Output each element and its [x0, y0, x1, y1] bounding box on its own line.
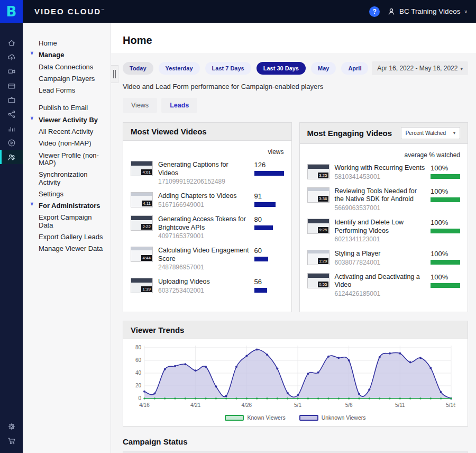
sidebar-item-home[interactable]: Home — [39, 38, 106, 49]
video-thumbnail: 0:55 — [307, 273, 329, 288]
metric-value: 100% — [431, 250, 460, 258]
sidebar-item-export-campaign-data[interactable]: Export Campaign Data — [39, 212, 106, 231]
video-row[interactable]: 4:01Generating Captions for Videos171099… — [131, 161, 284, 185]
sidebar-item-label: Synchronization Activity — [39, 170, 88, 186]
filter-last-30-days[interactable]: Last 30 Days — [257, 62, 306, 75]
trademark-mark: ™ — [101, 8, 104, 12]
video-row[interactable]: 9:25Identify and Delete Low Performing V… — [307, 219, 461, 243]
main-panel: Home TodayYesterdayLast 7 DaysLast 30 Da… — [111, 23, 476, 453]
metric-value: 100% — [431, 187, 460, 195]
sidebar-item-label: Publish to Email — [39, 104, 88, 112]
tab-leads[interactable]: Leads — [161, 98, 197, 113]
sidebar-item-for-administrators[interactable]: ∨For Administrators — [39, 200, 106, 212]
sidebar-item-manage-viewer-data[interactable]: Manage Viewer Data — [39, 243, 106, 255]
filter-may[interactable]: May — [311, 62, 336, 75]
rail-play-circle-icon[interactable] — [0, 135, 23, 150]
video-row[interactable]: 3:25Working with Recurring Events5810341… — [307, 164, 461, 180]
tab-views[interactable]: Views — [123, 98, 157, 113]
sidebar-item-viewer-activity-by[interactable]: ∨Viewer Activity By — [39, 114, 106, 126]
video-thumbnail: 3:36 — [307, 187, 329, 203]
legend-label: Known Viewers — [247, 414, 285, 421]
sidebar-item-synchronization-activity[interactable]: Synchronization Activity — [39, 169, 106, 188]
svg-text:4/16: 4/16 — [139, 402, 150, 408]
sidebar-item-lead-forms[interactable]: Lead Forms — [39, 85, 106, 96]
filter-today[interactable]: Today — [123, 62, 153, 75]
filter-yesterday[interactable]: Yesterday — [159, 62, 200, 75]
filter-last-7-days[interactable]: Last 7 Days — [205, 62, 251, 75]
rail-gear-icon[interactable] — [0, 419, 23, 433]
brightcove-logo[interactable]: B — [0, 0, 23, 23]
svg-text:5/16: 5/16 — [446, 402, 455, 408]
video-title: Uploading Videos — [158, 278, 249, 286]
video-thumbnail: 4:11 — [131, 192, 153, 207]
metric-value: 80 — [254, 215, 284, 223]
rail-home-icon[interactable] — [0, 35, 23, 50]
caret-down-icon: ▾ — [453, 131, 455, 135]
video-title: Activating and Deactivating a Video — [335, 273, 426, 289]
sidebar-item-campaign-players[interactable]: Campaign Players — [39, 73, 106, 85]
rail-share-icon[interactable] — [0, 107, 23, 121]
filter-april[interactable]: April — [341, 62, 368, 75]
most-engaging-title: Most Engaging Videos — [307, 129, 392, 138]
metric-bar — [431, 174, 460, 179]
sidebar-item-publish-to-email[interactable]: Publish to Email — [39, 102, 106, 114]
sidebar-item-label: Campaign Players — [39, 75, 95, 83]
svg-text:4/26: 4/26 — [242, 402, 252, 408]
rail-media-library-icon[interactable] — [0, 78, 23, 93]
sidebar-collapse-handle[interactable] — [111, 65, 118, 83]
engagement-metric-select[interactable]: Percent Watched▾ — [401, 127, 460, 139]
date-range-picker[interactable]: Apr 16, 2022 - May 16, 2022▾ — [372, 61, 468, 75]
sidebar-item-manage[interactable]: ∨Manage — [39, 49, 106, 61]
video-row[interactable]: 1:29Styling a Player6038077824001100% — [307, 250, 461, 266]
duration-badge: 3:36 — [318, 196, 328, 202]
sidebar-item-settings[interactable]: Settings — [39, 188, 106, 200]
product-name: VIDEO CLOUD — [34, 7, 101, 16]
duration-badge: 0:55 — [318, 282, 328, 287]
svg-text:5/6: 5/6 — [345, 402, 353, 408]
sidebar-item-export-gallery-leads[interactable]: Export Gallery Leads — [39, 231, 106, 243]
metric-bar — [254, 171, 284, 176]
app-window: B VIDEO CLOUD™ ? BC Training Videos ∨ Ho… — [0, 0, 476, 453]
video-row[interactable]: 3:36Reviewing Tools Needed for the Nativ… — [307, 187, 461, 212]
selected-metric: Percent Watched — [406, 130, 446, 136]
rail-people-icon[interactable] — [0, 150, 23, 164]
sidebar-item-label: For Administrators — [39, 202, 100, 210]
video-row[interactable]: 2:22Generating Access Tokens for Brightc… — [131, 215, 284, 240]
metric-bar — [431, 197, 460, 202]
svg-text:4/21: 4/21 — [190, 402, 201, 408]
video-thumbnail: 3:25 — [307, 164, 329, 179]
rail-analytics-icon[interactable] — [0, 121, 23, 135]
watched-column-label: average % watched — [307, 151, 461, 159]
legend-swatch — [299, 415, 318, 421]
duration-badge: 4:44 — [141, 255, 152, 261]
help-button[interactable]: ? — [369, 6, 380, 17]
sidebar-item-all-recent-activity[interactable]: All Recent Activity — [39, 126, 106, 138]
sidebar-item-video-non-map[interactable]: Video (non-MAP) — [39, 138, 106, 149]
video-row[interactable]: 4:44Calculating Video Engagement Score24… — [131, 247, 284, 271]
video-row[interactable]: 0:55Activating and Deactivating a Video6… — [307, 273, 461, 297]
account-menu[interactable]: BC Training Videos ∨ — [387, 7, 468, 16]
sidebar-item-viewer-profile-non-map[interactable]: Viewer Profile (non-MAP) — [39, 150, 106, 169]
rail-cart-icon[interactable] — [0, 433, 23, 448]
duration-badge: 2:22 — [141, 224, 152, 230]
legend-swatch — [225, 415, 244, 421]
rail-tv-icon[interactable] — [0, 93, 23, 107]
legend-known-viewers[interactable]: Known Viewers — [225, 414, 285, 421]
grip-icon — [113, 70, 116, 78]
video-row[interactable]: 4:11Adding Chapters to Videos51671669490… — [131, 192, 284, 209]
rail-upload-icon[interactable] — [0, 50, 23, 64]
rail-video-camera-icon[interactable] — [0, 64, 23, 78]
video-id: 6124426185001 — [335, 290, 426, 297]
video-row[interactable]: 1:39Uploading Videos603725340200156 — [131, 278, 284, 294]
viewer-trends-card: Viewer Trends 4/164/214/265/15/65/115/16… — [123, 321, 468, 427]
legend-unknown-viewers[interactable]: Unknown Viewers — [299, 414, 366, 421]
video-id: 6037253402001 — [158, 287, 249, 294]
campaign-status-section: Campaign Status Connection NameConnectio… — [123, 437, 468, 453]
sidebar-item-data-connections[interactable]: Data Connections — [39, 61, 106, 73]
metric-value: 100% — [431, 219, 460, 226]
play-circle-icon — [7, 139, 16, 147]
most-engaging-card: Most Engaging Videos Percent Watched▾ av… — [299, 122, 469, 312]
upload-icon — [7, 53, 16, 61]
product-title: VIDEO CLOUD™ — [34, 7, 104, 16]
svg-text:60: 60 — [135, 357, 142, 363]
